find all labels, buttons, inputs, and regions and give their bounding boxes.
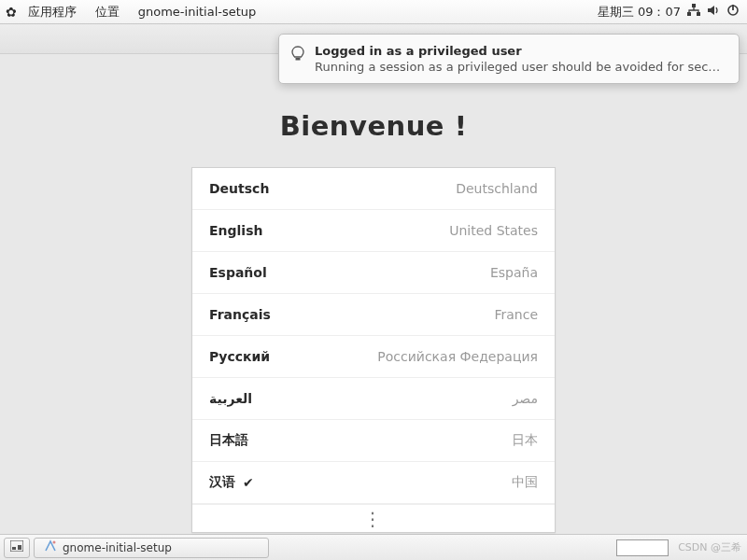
language-region: مصر bbox=[513, 391, 538, 406]
bottom-panel: gnome-initial-setup CSDN @三希 bbox=[0, 534, 747, 560]
menu-app-name[interactable]: gnome-initial-setup bbox=[129, 0, 266, 23]
language-region: France bbox=[494, 307, 538, 322]
show-desktop-button[interactable] bbox=[4, 538, 30, 558]
menu-places[interactable]: 位置 bbox=[86, 0, 129, 23]
language-name: Español bbox=[209, 265, 267, 280]
desktop-icon bbox=[10, 540, 23, 554]
language-row-zh[interactable]: 汉语 ✔ 中国 bbox=[192, 462, 555, 504]
language-row-ja[interactable]: 日本語 日本 bbox=[192, 420, 555, 462]
tray-rect[interactable] bbox=[616, 539, 669, 556]
clock-label[interactable]: 星期三 09：07 bbox=[598, 4, 681, 21]
taskbar-item-gnome-initial-setup[interactable]: gnome-initial-setup bbox=[34, 538, 269, 558]
language-region: España bbox=[490, 265, 538, 280]
top-panel: ✿ 应用程序 位置 gnome-initial-setup 星期三 09：07 bbox=[0, 0, 747, 24]
language-region: 日本 bbox=[512, 432, 538, 449]
taskbar-item-label: gnome-initial-setup bbox=[63, 541, 172, 554]
language-name: 日本語 bbox=[209, 432, 248, 449]
app-icon bbox=[44, 539, 57, 555]
menu-applications[interactable]: 应用程序 bbox=[19, 0, 86, 23]
svg-point-9 bbox=[53, 541, 56, 544]
language-name-text: 汉语 bbox=[209, 474, 235, 491]
svg-rect-0 bbox=[692, 4, 696, 7]
status-area: 星期三 09：07 bbox=[598, 4, 747, 21]
language-region: 中国 bbox=[512, 474, 538, 491]
svg-rect-7 bbox=[12, 547, 16, 550]
svg-rect-5 bbox=[296, 58, 301, 61]
activities-icon[interactable]: ✿ bbox=[6, 5, 17, 20]
volume-icon[interactable] bbox=[707, 4, 721, 20]
notification-title: Logged in as a privileged user bbox=[315, 44, 726, 58]
notification-detail: Running a session as a privileged user s… bbox=[315, 60, 726, 74]
watermark-label: CSDN @三希 bbox=[678, 540, 741, 554]
svg-rect-2 bbox=[697, 12, 700, 16]
language-row-ar[interactable]: العربية مصر bbox=[192, 378, 555, 420]
notification-body: Logged in as a privileged user Running a… bbox=[315, 44, 726, 74]
language-row-fr[interactable]: Français France bbox=[192, 294, 555, 336]
language-row-es[interactable]: Español España bbox=[192, 252, 555, 294]
language-name: Français bbox=[209, 307, 271, 322]
language-region: United States bbox=[449, 223, 538, 238]
lightbulb-icon bbox=[290, 46, 305, 66]
language-list: Deutsch Deutschland English United State… bbox=[191, 167, 556, 533]
language-row-en[interactable]: English United States bbox=[192, 210, 555, 252]
power-icon[interactable] bbox=[726, 4, 740, 20]
notification-popup[interactable]: Logged in as a privileged user Running a… bbox=[278, 34, 740, 84]
language-name: 汉语 ✔ bbox=[209, 474, 254, 491]
svg-rect-8 bbox=[18, 545, 21, 550]
svg-rect-1 bbox=[687, 12, 691, 16]
language-region: Российская Федерация bbox=[377, 349, 538, 364]
page-title: Bienvenue ! bbox=[0, 110, 747, 142]
language-row-de[interactable]: Deutsch Deutschland bbox=[192, 168, 555, 210]
language-name: العربية bbox=[209, 391, 252, 406]
language-name: Русский bbox=[209, 349, 270, 364]
network-icon[interactable] bbox=[686, 4, 701, 20]
language-row-ru[interactable]: Русский Российская Федерация bbox=[192, 336, 555, 378]
language-region: Deutschland bbox=[456, 181, 538, 196]
language-name: Deutsch bbox=[209, 181, 269, 196]
language-more-button[interactable]: ⋮ bbox=[192, 504, 555, 532]
desktop-area: Logged in as a privileged user Running a… bbox=[0, 24, 747, 534]
check-icon: ✔ bbox=[243, 475, 254, 490]
language-name: English bbox=[209, 223, 262, 238]
